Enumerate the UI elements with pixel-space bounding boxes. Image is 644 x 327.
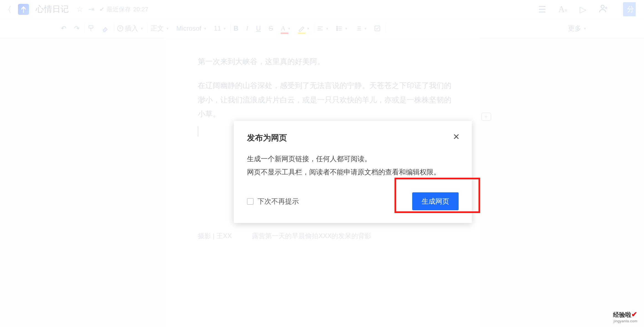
insert-menu[interactable]: + 插入 ▾ — [114, 19, 146, 38]
eraser-button[interactable] — [99, 19, 112, 38]
folder-move-icon[interactable]: ⇥ — [88, 5, 94, 14]
watermark-text: 经验啦 — [613, 311, 631, 318]
font-size-label: 11 — [214, 25, 221, 32]
add-user-icon[interactable] — [599, 4, 608, 15]
star-icon[interactable]: ☆ — [77, 5, 83, 14]
menu-icon[interactable]: ☰ — [538, 4, 546, 15]
app-logo-icon[interactable] — [18, 4, 29, 15]
font-color-button[interactable]: A▾ — [278, 19, 293, 38]
highlight-swatch — [298, 33, 306, 34]
svg-point-3 — [337, 28, 338, 29]
font-size-select[interactable]: 11▾ — [211, 19, 229, 38]
style-label: 正文 — [151, 24, 164, 33]
font-family-label: Microsof — [176, 25, 201, 32]
watermark-url: jingyanla.com — [613, 319, 637, 323]
dialog-line-1: 生成一个新网页链接，任何人都可阅读。 — [247, 152, 459, 166]
more-label: 更多 — [568, 24, 581, 33]
insert-label: 插入 — [125, 24, 138, 33]
font-family-select[interactable]: Microsof▾ — [174, 19, 209, 38]
header-actions: ☰ A≡ ▷ 分 — [538, 2, 636, 16]
format-painter-button[interactable] — [85, 19, 97, 38]
undo-button[interactable]: ↶ — [58, 19, 69, 38]
paragraph-style-select[interactable]: 正文▾ — [148, 19, 171, 38]
bullet-list-button[interactable]: ▾ — [333, 19, 350, 38]
dialog-line-2: 网页不显示工具栏，阅读者不能申请原文档的查看和编辑权限。 — [247, 166, 459, 179]
back-icon[interactable]: 〈 — [8, 5, 11, 14]
numbered-list-button[interactable]: ▾ — [352, 19, 369, 38]
add-block-icon[interactable]: + — [481, 113, 491, 121]
redo-button[interactable]: ↷ — [71, 19, 82, 38]
share-button[interactable]: 分 — [623, 2, 636, 16]
dont-show-label: 下次不再提示 — [257, 197, 299, 206]
publish-dialog: 发布为网页 ✕ 生成一个新网页链接，任何人都可阅读。 网页不显示工具栏，阅读者不… — [234, 121, 472, 223]
strikethrough-button[interactable]: S — [266, 19, 276, 38]
more-menu[interactable]: 更多▾ — [568, 24, 586, 33]
svg-point-4 — [337, 30, 338, 31]
save-time: 20:27 — [133, 6, 148, 13]
watermark-check-icon: ✔ — [631, 310, 637, 318]
dialog-footer: 下次不再提示 生成网页 — [247, 192, 459, 210]
font-color-swatch — [281, 33, 288, 34]
italic-button[interactable]: I — [243, 19, 251, 38]
underline-button[interactable]: U — [253, 19, 264, 38]
svg-point-2 — [337, 26, 338, 27]
align-button[interactable]: ▾ — [314, 19, 331, 38]
dont-show-checkbox[interactable] — [247, 198, 254, 205]
svg-point-0 — [601, 5, 604, 8]
svg-rect-1 — [89, 26, 93, 28]
save-status: ✔ 最近保存 20:27 — [99, 5, 148, 14]
highlight-color-button[interactable]: ▾ — [295, 19, 312, 38]
generate-page-button[interactable]: 生成网页 — [412, 192, 459, 210]
watermark: 经验啦✔ jingyanla.com — [613, 310, 637, 323]
close-icon[interactable]: ✕ — [453, 132, 460, 142]
save-prefix: 最近保存 — [107, 5, 131, 14]
bold-button[interactable]: B — [231, 19, 241, 38]
play-icon[interactable]: ▷ — [580, 4, 587, 15]
checklist-button[interactable] — [371, 19, 383, 38]
paragraph-2[interactable]: 在辽阔幽静的山谷深处，感受到了无法言说的宁静。天苍苍之下印证了我们的渺小，让我们… — [198, 79, 458, 121]
caption-right: 露营第一天的早晨偷拍XXX的发呆的背影 — [252, 232, 371, 240]
document-title[interactable]: 心情日记 — [36, 4, 69, 15]
dialog-body: 生成一个新网页链接，任何人都可阅读。 网页不显示工具栏，阅读者不能申请原文档的查… — [247, 152, 459, 179]
image-caption[interactable]: 摄影 | 王XX 露营第一天的早晨偷拍XXX的发呆的背影 — [198, 232, 458, 240]
font-settings-icon[interactable]: A≡ — [558, 4, 567, 14]
check-icon: ✔ — [99, 6, 104, 13]
paragraph-1[interactable]: 第一次来到大峡谷，这里真的好美阿。 — [198, 55, 458, 69]
caption-left: 摄影 | 王XX — [198, 232, 232, 240]
titlebar: 〈 心情日记 ☆ ⇥ ✔ 最近保存 20:27 ☰ A≡ ▷ 分 — [0, 0, 644, 19]
formatting-toolbar: ↶ ↷ + 插入 ▾ 正文▾ Microsof▾ 11▾ B I U S A▾ … — [0, 19, 644, 38]
dialog-title: 发布为网页 — [247, 132, 459, 143]
